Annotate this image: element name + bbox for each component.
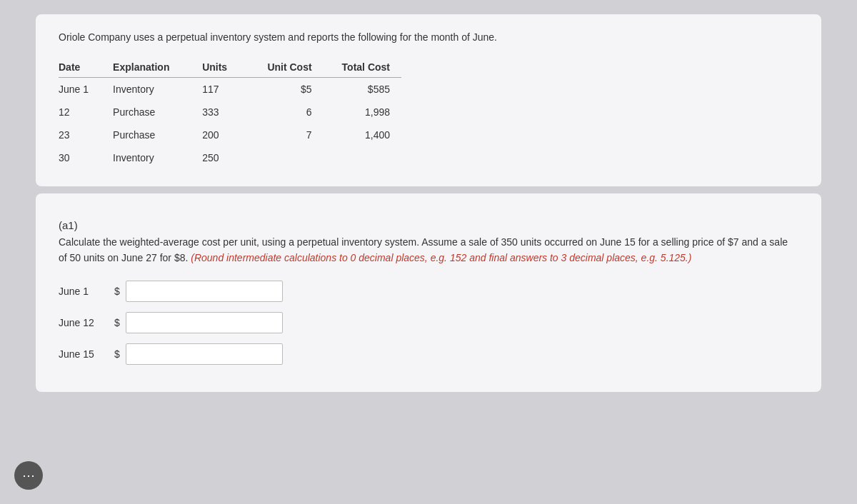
input-row-june12: June 12 $ [59, 312, 798, 333]
page-container: Oriole Company uses a perpetual inventor… [36, 14, 821, 392]
cell-units: 333 [202, 101, 250, 124]
cell-unit-cost: 6 [250, 101, 324, 124]
cell-unit-cost [250, 146, 324, 169]
header-total-cost: Total Cost [324, 57, 401, 78]
inventory-table: Date Explanation Units Unit Cost Total C… [59, 57, 401, 169]
intro-text: Oriole Company uses a perpetual inventor… [59, 31, 798, 43]
cell-unit-cost: $5 [250, 78, 324, 101]
instructions-text: Calculate the weighted-average cost per … [59, 234, 798, 266]
table-row: 30Inventory250 [59, 146, 401, 169]
cell-explanation: Inventory [113, 146, 202, 169]
table-row: June 1Inventory117$5$585 [59, 78, 401, 101]
cell-total-cost: 1,400 [324, 124, 401, 146]
june15-label: June 15 [59, 348, 109, 360]
cell-explanation: Purchase [113, 101, 202, 124]
cell-date: 12 [59, 101, 113, 124]
cell-explanation: Inventory [113, 78, 202, 101]
cell-date: June 1 [59, 78, 113, 101]
cell-date: 23 [59, 124, 113, 146]
avatar-dots: ⋯ [22, 468, 35, 483]
avatar-icon: ⋯ [14, 461, 43, 490]
header-units: Units [202, 57, 250, 78]
cell-explanation: Purchase [113, 124, 202, 146]
table-row: 23Purchase20071,400 [59, 124, 401, 146]
june15-input[interactable] [126, 343, 283, 365]
header-date: Date [59, 57, 113, 78]
june12-dollar: $ [114, 317, 120, 328]
june1-label: June 1 [59, 286, 109, 297]
june15-dollar: $ [114, 348, 120, 360]
cell-date: 30 [59, 146, 113, 169]
june1-dollar: $ [114, 286, 120, 297]
cell-total-cost: 1,998 [324, 101, 401, 124]
cell-units: 200 [202, 124, 250, 146]
instructions-italic: (Round intermediate calculations to 0 de… [191, 252, 691, 263]
section-a1-label: (a1) [59, 211, 798, 234]
june12-label: June 12 [59, 317, 109, 328]
cell-total-cost: $585 [324, 78, 401, 101]
a1-card: (a1) Calculate the weighted-average cost… [36, 193, 821, 392]
table-row: 12Purchase33361,998 [59, 101, 401, 124]
inventory-card: Oriole Company uses a perpetual inventor… [36, 14, 821, 186]
cell-unit-cost: 7 [250, 124, 324, 146]
cell-units: 117 [202, 78, 250, 101]
input-row-june15: June 15 $ [59, 343, 798, 365]
header-explanation: Explanation [113, 57, 202, 78]
header-unit-cost: Unit Cost [250, 57, 324, 78]
input-row-june1: June 1 $ [59, 281, 798, 302]
cell-total-cost [324, 146, 401, 169]
june12-input[interactable] [126, 312, 283, 333]
cell-units: 250 [202, 146, 250, 169]
june1-input[interactable] [126, 281, 283, 302]
